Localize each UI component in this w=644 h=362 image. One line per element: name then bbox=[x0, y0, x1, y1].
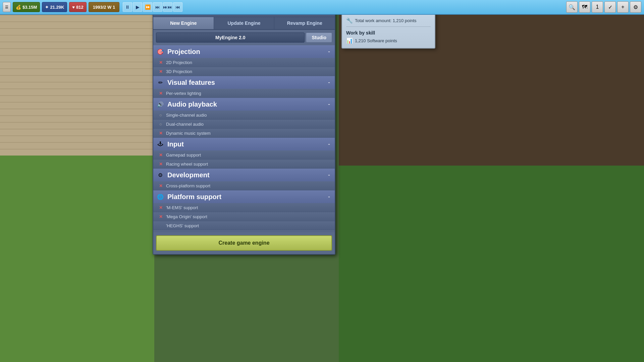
platform-toggle[interactable]: - bbox=[327, 193, 331, 200]
category-development: ⚙ Development - bbox=[153, 169, 335, 181]
visual-icon: ✏ bbox=[156, 78, 165, 87]
development-icon: ⚙ bbox=[156, 171, 165, 179]
feature-name-heghs: 'HEGHS' support bbox=[166, 223, 199, 228]
left-wall bbox=[0, 15, 154, 156]
number-button[interactable]: 1 bbox=[592, 1, 603, 13]
feature-per-vertex[interactable]: ✕ Per-vertex lighting bbox=[153, 89, 335, 98]
checkbox-3d-projection: ✕ bbox=[158, 69, 163, 74]
pause-button[interactable]: ⏸ bbox=[123, 2, 132, 12]
feature-dual-channel[interactable]: ○ Dual-channel audio bbox=[153, 120, 335, 129]
development-name: Development bbox=[167, 171, 324, 179]
right-grass bbox=[339, 166, 644, 362]
feature-name-per-vertex: Per-vertex lighting bbox=[166, 91, 201, 96]
visual-toggle[interactable]: - bbox=[327, 79, 331, 86]
feature-name-gamepad: Gamepad support bbox=[166, 153, 201, 158]
checkbox-racing-wheel: ✕ bbox=[158, 161, 163, 167]
menu-icon: ☰ bbox=[5, 5, 8, 9]
money-display: 💰 $3.15M bbox=[13, 2, 40, 12]
topbar: ☰ 💰 $3.15M ✦ 21.29K ♥ 812 1993/2 W 1 ⏸ ▶… bbox=[0, 0, 644, 15]
feature-heghs[interactable]: □ 'HEGHS' support bbox=[153, 221, 335, 230]
tab-revamp-engine[interactable]: Revamp Engine bbox=[274, 17, 335, 29]
work-label: Total work amount: 1,210 points bbox=[355, 18, 417, 23]
checkbox-single-channel: ○ bbox=[158, 112, 163, 118]
tab-update-engine[interactable]: Update Engine bbox=[214, 17, 275, 29]
checkbox-dynamic-music: ✕ bbox=[158, 130, 163, 136]
feature-cross-platform[interactable]: ✕ Cross-platform support bbox=[153, 181, 335, 190]
heart-value: 812 bbox=[76, 5, 84, 10]
play-button[interactable]: ▶ bbox=[133, 2, 142, 12]
heart-icon: ♥ bbox=[72, 5, 75, 10]
studio-button[interactable]: Studio bbox=[306, 33, 332, 43]
add-button[interactable]: + bbox=[617, 1, 629, 13]
audio-icon: 🔊 bbox=[156, 100, 165, 109]
platform-icon: 🌐 bbox=[156, 192, 165, 201]
rewind-button[interactable]: ⏮ bbox=[173, 2, 182, 12]
category-visual: ✏ Visual features - bbox=[153, 76, 335, 89]
feature-mems[interactable]: ✕ 'M-EMS' support bbox=[153, 203, 335, 212]
tab-new-engine[interactable]: New Engine bbox=[153, 17, 214, 29]
project-work-row: 🔧 Total work amount: 1,210 points bbox=[346, 17, 431, 27]
feature-2d-projection[interactable]: ✕ 2D Projection bbox=[153, 58, 335, 67]
skill-icon: 📊 bbox=[346, 38, 353, 44]
date-value: 1993/2 W 1 bbox=[93, 5, 115, 10]
checkbox-mems: ✕ bbox=[158, 205, 163, 210]
category-input: 🕹 Input - bbox=[153, 138, 335, 150]
feature-3d-projection[interactable]: ✕ 3D Projection bbox=[153, 67, 335, 76]
feature-name-racing-wheel: Racing wheel support bbox=[166, 162, 208, 167]
engine-name-row: MyEngine 2.0 Studio bbox=[153, 30, 335, 44]
skill-label: 1,210 Software points bbox=[355, 38, 397, 43]
star-display: ✦ 21.29K bbox=[42, 2, 67, 12]
feature-name-2d-projection: 2D Projection bbox=[166, 60, 192, 65]
projection-name: Projection bbox=[167, 48, 324, 56]
input-icon: 🕹 bbox=[156, 140, 165, 148]
input-name: Input bbox=[167, 140, 324, 148]
projection-icon: 🎯 bbox=[156, 47, 165, 56]
fastest-forward-button[interactable]: ⏭⏭ bbox=[163, 2, 172, 12]
star-value: 21.29K bbox=[50, 5, 64, 10]
date-display: 1993/2 W 1 bbox=[89, 2, 120, 12]
skill-section-title: Work by skill bbox=[346, 30, 431, 36]
engines-dialog: Engines ✕ New Engine Update Engine Revam… bbox=[153, 3, 335, 255]
checkbox-2d-projection: ✕ bbox=[158, 60, 163, 65]
work-icon: 🔧 bbox=[346, 17, 353, 24]
feature-name-cross-platform: Cross-platform support bbox=[166, 183, 210, 188]
feature-name-dual-channel: Dual-channel audio bbox=[166, 122, 204, 127]
menu-button[interactable]: ☰ bbox=[3, 2, 11, 12]
heart-display: ♥ 812 bbox=[69, 2, 86, 12]
left-grass bbox=[0, 156, 154, 362]
feature-name-single-channel: Single-channel audio bbox=[166, 113, 207, 118]
checkbox-cross-platform: ✕ bbox=[158, 183, 163, 188]
feature-gamepad[interactable]: ✕ Gamepad support bbox=[153, 150, 335, 160]
feature-mega-origin[interactable]: ✕ 'Mega Origin' support bbox=[153, 212, 335, 221]
dialog-tabs: New Engine Update Engine Revamp Engine bbox=[153, 17, 335, 30]
feature-dynamic-music[interactable]: ✕ Dynamic music system bbox=[153, 129, 335, 138]
star-icon: ✦ bbox=[45, 5, 49, 10]
map-button[interactable]: 🗺 bbox=[579, 1, 590, 13]
create-game-engine-button[interactable]: Create game engine bbox=[156, 235, 332, 251]
playback-controls: ⏸ ▶ ⏩ ⏭ ⏭⏭ ⏮ bbox=[123, 2, 182, 12]
feature-name-mems: 'M-EMS' support bbox=[166, 205, 198, 210]
fast-forward-button[interactable]: ⏩ bbox=[143, 2, 152, 12]
feature-racing-wheel[interactable]: ✕ Racing wheel support bbox=[153, 160, 335, 169]
feature-name-3d-projection: 3D Projection bbox=[166, 69, 192, 74]
category-audio: 🔊 Audio playback - bbox=[153, 98, 335, 111]
feature-single-channel[interactable]: ○ Single-channel audio bbox=[153, 111, 335, 120]
checkbox-heghs: □ bbox=[158, 223, 163, 228]
skill-row: 📊 1,210 Software points bbox=[346, 38, 431, 44]
faster-forward-button[interactable]: ⏭ bbox=[153, 2, 162, 12]
projection-toggle[interactable]: - bbox=[327, 48, 331, 55]
engine-name-input[interactable]: MyEngine 2.0 bbox=[156, 33, 305, 43]
settings-button[interactable]: ⚙ bbox=[630, 1, 641, 13]
audio-toggle[interactable]: - bbox=[327, 101, 331, 108]
audio-name: Audio playback bbox=[167, 101, 324, 108]
feature-list: 🎯 Projection - ✕ 2D Projection ✕ 3D Proj… bbox=[153, 44, 335, 232]
money-icon: 💰 bbox=[16, 5, 21, 10]
search-button[interactable]: 🔍 bbox=[566, 1, 578, 13]
check-button[interactable]: ✓ bbox=[604, 1, 616, 13]
checkbox-per-vertex: ✕ bbox=[158, 90, 163, 96]
create-btn-row: Create game engine bbox=[153, 232, 335, 254]
money-value: $3.15M bbox=[22, 5, 37, 10]
development-toggle[interactable]: - bbox=[327, 172, 331, 179]
input-toggle[interactable]: - bbox=[327, 141, 331, 148]
visual-name: Visual features bbox=[167, 79, 324, 86]
